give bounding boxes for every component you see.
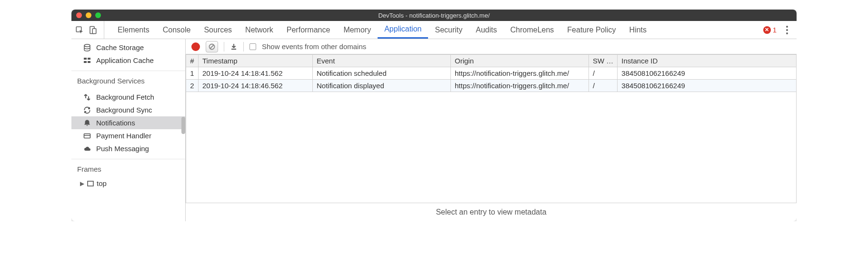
svg-rect-5	[88, 58, 90, 60]
tab-hints[interactable]: Hints	[623, 21, 653, 39]
record-button[interactable]	[191, 42, 200, 51]
sidebar-item-label: Payment Handler	[96, 132, 151, 140]
error-circle-icon: ✕	[763, 26, 771, 34]
devtools-window: DevTools - notification-triggers.glitch.…	[71, 10, 797, 221]
sidebar-item-notifications[interactable]: Notifications	[71, 116, 185, 129]
cell-origin: https://notification-triggers.glitch.me/	[451, 80, 589, 92]
application-sidebar: Cache Storage Application Cache Backgrou…	[71, 39, 186, 221]
sidebar-item-label: Application Cache	[96, 56, 154, 64]
sidebar-item-frame-top[interactable]: ▶ top	[71, 177, 185, 190]
window-controls	[76, 12, 101, 18]
credit-card-icon	[83, 132, 91, 140]
sync-icon	[83, 106, 91, 114]
sidebar-item-application-cache[interactable]: Application Cache	[71, 54, 185, 67]
transfer-icon	[83, 93, 91, 101]
tab-feature-policy[interactable]: Feature Policy	[560, 21, 622, 39]
svg-rect-8	[84, 134, 90, 138]
cell-event: Notification displayed	[313, 80, 451, 92]
show-other-domains-checkbox[interactable]	[249, 43, 256, 50]
sidebar-item-background-sync[interactable]: Background Sync	[71, 103, 185, 116]
col-header-instance[interactable]: Instance ID	[618, 55, 797, 67]
cell-num: 1	[186, 67, 199, 80]
panel-tabs: Elements Console Sources Network Perform…	[111, 21, 653, 39]
tab-console[interactable]: Console	[156, 21, 198, 39]
cell-timestamp: 2019-10-24 14:18:41.562	[199, 67, 313, 80]
window-title: DevTools - notification-triggers.glitch.…	[71, 12, 797, 19]
close-window-button[interactable]	[76, 12, 82, 18]
cell-origin: https://notification-triggers.glitch.me/	[451, 67, 589, 80]
sidebar-item-push-messaging[interactable]: Push Messaging	[71, 142, 185, 155]
disclosure-triangle-icon: ▶	[80, 180, 84, 187]
sidebar-item-payment-handler[interactable]: Payment Handler	[71, 129, 185, 142]
tab-chromelens[interactable]: ChromeLens	[504, 21, 561, 39]
tab-performance[interactable]: Performance	[280, 21, 337, 39]
device-toggle-icon[interactable]	[89, 26, 97, 34]
tab-elements[interactable]: Elements	[111, 21, 156, 39]
sidebar-header-frames: Frames	[71, 161, 185, 177]
col-header-event[interactable]: Event	[313, 55, 451, 67]
sidebar-resize-handle[interactable]	[181, 117, 185, 134]
tab-sources[interactable]: Sources	[197, 21, 239, 39]
sidebar-item-label: Notifications	[96, 119, 135, 127]
clear-button[interactable]	[206, 41, 218, 52]
grid-icon	[83, 57, 91, 64]
footer-hint: Select an entry to view metadata	[186, 203, 797, 221]
tab-application[interactable]: Application	[378, 21, 428, 39]
col-header-num[interactable]: #	[186, 55, 199, 67]
cell-event: Notification scheduled	[313, 67, 451, 80]
main-content: Cache Storage Application Cache Backgrou…	[71, 39, 797, 221]
svg-rect-4	[84, 58, 87, 60]
minimize-window-button[interactable]	[86, 12, 91, 18]
inspect-icon[interactable]	[75, 26, 84, 34]
sidebar-item-background-fetch[interactable]: Background Fetch	[71, 91, 185, 103]
tab-audits[interactable]: Audits	[469, 21, 503, 39]
sidebar-item-label: top	[97, 179, 107, 187]
col-header-sw[interactable]: SW …	[589, 55, 618, 67]
svg-line-12	[210, 45, 214, 49]
tab-memory[interactable]: Memory	[337, 21, 378, 39]
panel-tabs-row: Elements Console Sources Network Perform…	[71, 21, 797, 39]
download-icon[interactable]	[230, 43, 238, 51]
col-header-timestamp[interactable]: Timestamp	[199, 55, 313, 67]
tab-security[interactable]: Security	[428, 21, 469, 39]
tab-network[interactable]: Network	[239, 21, 280, 39]
svg-rect-6	[84, 61, 87, 63]
svg-point-3	[84, 44, 90, 47]
maximize-window-button[interactable]	[95, 12, 101, 18]
cell-instance: 3845081062166249	[618, 80, 797, 92]
cell-num: 2	[186, 80, 199, 92]
cell-sw: /	[589, 80, 618, 92]
sidebar-item-label: Cache Storage	[96, 43, 144, 52]
svg-rect-2	[92, 29, 96, 34]
cell-sw: /	[589, 67, 618, 80]
kebab-menu-icon[interactable]	[786, 29, 788, 31]
svg-rect-10	[88, 181, 93, 186]
bell-icon	[83, 119, 91, 127]
events-table-container: # Timestamp Event Origin SW … Instance I…	[186, 54, 797, 203]
cell-instance: 3845081062166249	[618, 67, 797, 80]
notifications-panel: Show events from other domains # Timesta…	[186, 39, 797, 221]
sidebar-header-background-services: Background Services	[71, 73, 185, 89]
show-other-domains-label: Show events from other domains	[262, 42, 366, 51]
frame-icon	[87, 180, 94, 187]
table-row[interactable]: 1 2019-10-24 14:18:41.562 Notification s…	[186, 67, 797, 80]
cloud-icon	[83, 145, 91, 153]
cell-timestamp: 2019-10-24 14:18:46.562	[199, 80, 313, 92]
col-header-origin[interactable]: Origin	[451, 55, 589, 67]
events-table: # Timestamp Event Origin SW … Instance I…	[186, 54, 797, 92]
table-row[interactable]: 2 2019-10-24 14:18:46.562 Notification d…	[186, 80, 797, 92]
database-icon	[83, 44, 91, 52]
sidebar-item-label: Push Messaging	[96, 144, 149, 153]
svg-rect-7	[88, 61, 90, 63]
sidebar-item-label: Background Sync	[96, 106, 152, 114]
sidebar-item-cache-storage[interactable]: Cache Storage	[71, 41, 185, 54]
window-titlebar: DevTools - notification-triggers.glitch.…	[71, 10, 797, 21]
error-count-label: 1	[773, 26, 777, 34]
error-count-badge[interactable]: ✕ 1	[763, 26, 777, 34]
notifications-toolbar: Show events from other domains	[186, 39, 797, 54]
sidebar-item-label: Background Fetch	[96, 93, 154, 101]
